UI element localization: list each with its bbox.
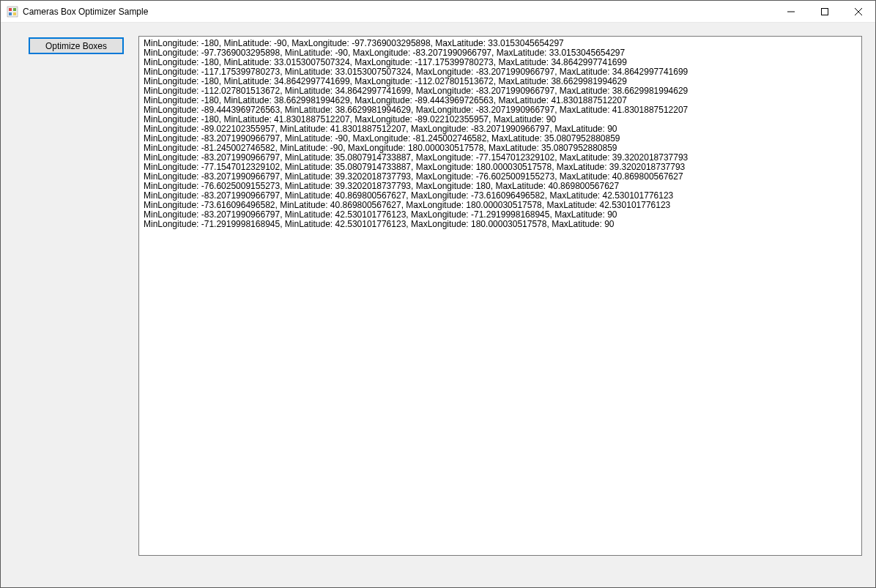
maximize-button[interactable]	[808, 1, 842, 23]
optimize-boxes-button[interactable]: Optimize Boxes	[29, 37, 124, 54]
client-area: Optimize Boxes MinLongitude: -180, MinLa…	[1, 23, 875, 587]
left-column: Optimize Boxes	[14, 36, 124, 574]
window-controls	[774, 1, 875, 22]
content-layout: Optimize Boxes MinLongitude: -180, MinLa…	[14, 36, 862, 574]
svg-rect-3	[9, 12, 12, 15]
svg-rect-2	[13, 8, 16, 11]
app-icon	[7, 6, 18, 18]
svg-rect-1	[9, 8, 12, 11]
titlebar[interactable]: Cameras Box Optimizer Sample	[1, 1, 875, 23]
close-button[interactable]	[842, 1, 875, 23]
svg-rect-4	[13, 12, 16, 15]
window-title: Cameras Box Optimizer Sample	[23, 7, 148, 17]
output-textbox[interactable]: MinLongitude: -180, MinLatitude: -90, Ma…	[138, 36, 862, 556]
app-window: Cameras Box Optimizer Sample Optimize Bo…	[0, 0, 876, 588]
minimize-button[interactable]	[774, 1, 808, 23]
svg-rect-6	[822, 9, 828, 15]
